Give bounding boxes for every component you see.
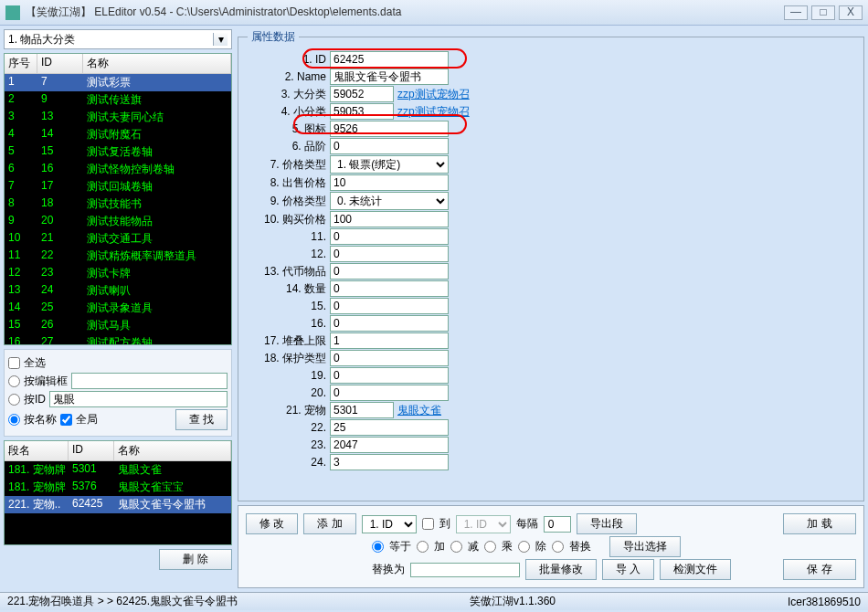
export-sel-button[interactable]: 导出选择 — [609, 536, 681, 557]
field-select[interactable]: 1. ID — [362, 515, 417, 533]
property-row: 23. — [248, 437, 854, 453]
titlebar: 【笑傲江湖】 ELEditor v0.54 - C:\Users\Adminis… — [0, 0, 868, 26]
property-input[interactable] — [330, 246, 449, 262]
op-minus-radio[interactable] — [450, 541, 462, 553]
id-filter-input[interactable] — [49, 391, 228, 407]
list-item[interactable]: 1122测试精炼概率调整道具 — [5, 248, 231, 265]
maximize-button[interactable]: □ — [811, 5, 835, 20]
by-id-radio[interactable] — [8, 394, 20, 406]
import-button[interactable]: 导 入 — [602, 559, 654, 580]
property-input[interactable] — [330, 332, 449, 349]
property-input[interactable] — [330, 350, 449, 366]
property-input[interactable] — [330, 298, 449, 314]
step-input[interactable] — [544, 516, 571, 533]
op-eq-radio[interactable] — [372, 541, 384, 553]
global-check[interactable] — [60, 414, 72, 426]
item-list[interactable]: 序号 ID 名称 17测试彩票29测试传送旗313测试夫妻同心结414测试附魔石… — [4, 53, 232, 345]
property-row: 21. 宠物鬼眼文雀 — [248, 402, 854, 418]
property-input[interactable] — [330, 103, 394, 120]
property-input[interactable] — [330, 454, 449, 470]
add-button[interactable]: 添 加 — [303, 513, 355, 534]
property-row: 3. 大分类zzp测试宠物召 — [248, 86, 854, 102]
property-row: 14. 数量 — [248, 280, 854, 297]
op-div-radio[interactable] — [518, 541, 530, 553]
status-version: 笑傲江湖v1.1.360 — [470, 594, 556, 609]
list-item[interactable]: 515测试复活卷轴 — [5, 143, 231, 161]
to-select: 1. ID — [456, 515, 511, 533]
property-input[interactable] — [330, 437, 449, 453]
property-input[interactable] — [330, 385, 449, 401]
list-item[interactable]: 818测试技能书 — [5, 195, 231, 213]
property-input[interactable] — [330, 174, 449, 191]
load-button[interactable]: 加 载 — [783, 513, 856, 534]
batch-button[interactable]: 批量修改 — [525, 559, 597, 580]
list-item[interactable]: 29测试传送旗 — [5, 91, 231, 109]
delete-button[interactable]: 删 除 — [159, 549, 232, 570]
property-input[interactable] — [330, 228, 449, 245]
list-item[interactable]: 1021测试交通工具 — [5, 230, 231, 248]
op-repl-radio[interactable] — [552, 541, 564, 553]
property-select[interactable]: 0. 未统计 — [330, 192, 449, 210]
property-row: 20. — [248, 385, 854, 401]
list-item[interactable]: 1425测试录象道具 — [5, 300, 231, 317]
property-row: 5. 图标 — [248, 121, 854, 137]
app-icon — [5, 5, 20, 20]
property-input[interactable] — [330, 315, 449, 332]
edit-filter-input[interactable] — [71, 373, 228, 389]
list-item[interactable]: 717测试回城卷轴 — [5, 178, 231, 195]
op-mul-radio[interactable] — [484, 541, 496, 553]
close-button[interactable]: X — [839, 5, 863, 20]
list-item[interactable]: 1223测试卡牌 — [5, 265, 231, 282]
export-seg-button[interactable]: 导出段 — [577, 513, 637, 534]
result-list[interactable]: 段名 ID 名称 181. 宠物牌5301鬼眼文雀181. 宠物牌5376鬼眼文… — [4, 440, 232, 545]
property-row: 8. 出售价格 — [248, 174, 854, 191]
property-select[interactable]: 1. 银票(绑定) — [330, 155, 449, 174]
property-input[interactable] — [330, 402, 394, 418]
action-bar: 修 改 添 加 1. ID 到 1. ID 每隔 导出段 加 载 等于 加 减 … — [238, 505, 864, 588]
property-panel: 属性数据 1. ID2. Name3. 大分类zzp测试宠物召4. 小分类zzp… — [238, 29, 864, 501]
to-check[interactable] — [422, 518, 434, 530]
property-input[interactable] — [330, 280, 449, 297]
result-item[interactable]: 181. 宠物牌5301鬼眼文雀 — [5, 461, 231, 479]
property-row: 9. 价格类型0. 未统计 — [248, 192, 854, 210]
save-button[interactable]: 保 存 — [783, 559, 856, 580]
result-item[interactable]: 221. 宠物..62425鬼眼文雀号令盟书 — [5, 496, 231, 513]
property-input[interactable] — [330, 138, 449, 154]
property-row: 4. 小分类zzp测试宠物召 — [248, 103, 854, 120]
result-item[interactable]: 181. 宠物牌5376鬼眼文雀宝宝 — [5, 479, 231, 496]
list-item[interactable]: 17测试彩票 — [5, 74, 231, 91]
property-input[interactable] — [330, 86, 394, 102]
op-plus-radio[interactable] — [417, 541, 429, 553]
property-row: 6. 品阶 — [248, 138, 854, 154]
list-item[interactable]: 1627测试配方卷轴 — [5, 334, 231, 345]
by-name-radio[interactable] — [8, 414, 20, 426]
property-row: 1. ID — [248, 51, 854, 68]
search-button[interactable]: 查 找 — [175, 409, 228, 430]
property-input[interactable] — [330, 419, 449, 436]
list-item[interactable]: 1526测试马具 — [5, 317, 231, 334]
property-row: 19. — [248, 367, 854, 384]
property-input[interactable] — [330, 121, 449, 137]
property-link[interactable]: zzp测试宠物召 — [394, 87, 470, 102]
property-input[interactable] — [330, 51, 449, 68]
list-item[interactable]: 414测试附魔石 — [5, 126, 231, 143]
property-input[interactable] — [330, 263, 449, 280]
check-button[interactable]: 检测文件 — [660, 559, 731, 580]
list-item[interactable]: 1324测试喇叭 — [5, 282, 231, 300]
property-input[interactable] — [330, 211, 449, 227]
category-dropdown[interactable]: 1. 物品大分类 ▾ — [4, 29, 232, 49]
property-link[interactable]: zzp测试宠物召 — [394, 104, 470, 120]
by-editbox-radio[interactable] — [8, 375, 20, 387]
replace-input[interactable] — [410, 563, 520, 577]
property-row: 12. — [248, 246, 854, 262]
list-item[interactable]: 313测试夫妻同心结 — [5, 109, 231, 126]
filter-panel: 全选 按编辑框 按ID 按名称 全局 查 找 — [4, 349, 232, 437]
select-all-check[interactable] — [8, 357, 20, 369]
property-input[interactable] — [330, 69, 449, 85]
property-input[interactable] — [330, 367, 449, 384]
modify-button[interactable]: 修 改 — [246, 513, 298, 534]
list-item[interactable]: 920测试技能物品 — [5, 213, 231, 230]
list-item[interactable]: 616测试怪物控制卷轴 — [5, 161, 231, 178]
minimize-button[interactable]: — — [784, 5, 808, 20]
property-link[interactable]: 鬼眼文雀 — [394, 403, 441, 418]
